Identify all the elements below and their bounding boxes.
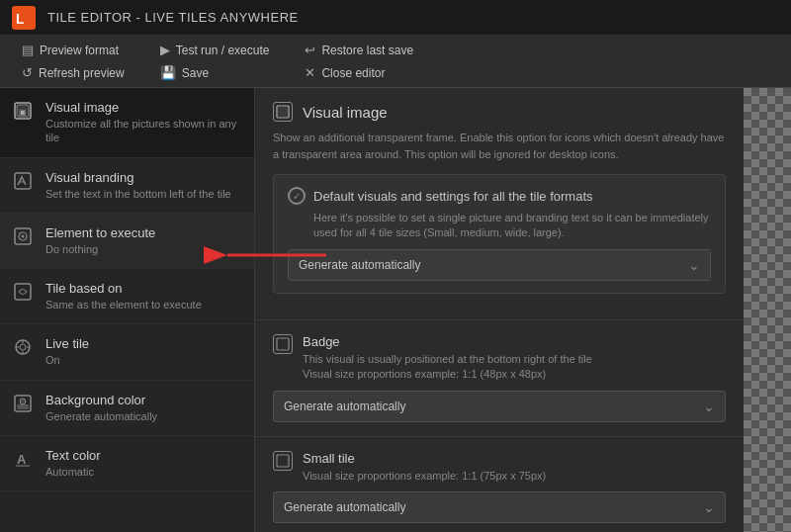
toolbar-group-preview: ▤ Preview format ↺ Refresh preview <box>16 40 131 83</box>
test-run-label: Test run / execute <box>176 44 270 57</box>
content-area: Visual image Show an additional transpar… <box>255 88 744 532</box>
preview-format-button[interactable]: ▤ Preview format <box>16 40 131 60</box>
close-icon: ✕ <box>305 65 315 80</box>
sidebar-item-tile-based-on-title: Tile based on <box>45 281 240 296</box>
sidebar-item-background-color-title: Background color <box>45 393 240 407</box>
visual-image-section-header: Visual image <box>273 102 726 122</box>
default-visuals-title: Default visuals and settings for all the… <box>313 189 593 204</box>
visual-image-section: Visual image Show an additional transpar… <box>255 88 744 320</box>
svg-rect-9 <box>15 284 31 300</box>
svg-rect-22 <box>278 107 288 117</box>
svg-point-18 <box>20 399 26 404</box>
refresh-preview-label: Refresh preview <box>39 66 125 80</box>
sidebar-item-element-execute-subtitle: Do nothing <box>45 242 240 256</box>
close-editor-label: Close editor <box>321 66 385 80</box>
default-visuals-header: ✓ Default visuals and settings for all t… <box>288 187 711 205</box>
restore-label: Restore last save <box>321 44 413 57</box>
sidebar-item-element-to-execute[interactable]: Element to execute Do nothing <box>0 214 254 269</box>
sidebar-item-element-execute-title: Element to execute <box>45 225 240 240</box>
test-run-button[interactable]: ▶ Test run / execute <box>154 40 276 60</box>
sidebar-item-text-color-title: Text color <box>45 448 240 463</box>
default-visuals-dropdown[interactable]: Generate automatically ⌄ <box>288 249 711 281</box>
svg-text:L: L <box>16 11 25 27</box>
default-visuals-box: ✓ Default visuals and settings for all t… <box>273 174 726 294</box>
visual-image-section-title: Visual image <box>303 104 388 121</box>
save-button[interactable]: 💾 Save <box>154 62 276 83</box>
sidebar-item-text-color[interactable]: A Text color Automatic <box>0 436 254 491</box>
svg-text:▣: ▣ <box>19 108 27 117</box>
svg-text:A: A <box>17 452 27 467</box>
save-icon: 💾 <box>160 65 176 80</box>
save-label: Save <box>182 66 209 80</box>
close-editor-button[interactable]: ✕ Close editor <box>299 62 419 83</box>
toolbar-group-restore: ↩ Restore last save ✕ Close editor <box>299 40 419 83</box>
sidebar-item-visual-branding[interactable]: Visual branding Set the text in the bott… <box>0 158 254 214</box>
visual-branding-icon <box>14 172 34 192</box>
small-tile-section-header: Small tile Visual size proportions examp… <box>273 451 726 484</box>
badge-section-content: Badge This visual is usually positioned … <box>303 334 592 383</box>
refresh-preview-button[interactable]: ↺ Refresh preview <box>16 62 131 83</box>
element-execute-icon <box>14 227 34 247</box>
sidebar-item-visual-image-subtitle: Customize all the pictures shown in any … <box>45 117 240 145</box>
sidebar-item-background-color-subtitle: Generate automatically <box>45 409 240 423</box>
svg-rect-17 <box>17 404 29 409</box>
main-layout: ▣ Visual image Customize all the picture… <box>0 88 791 532</box>
sidebar-item-visual-image-title: Visual image <box>45 100 240 115</box>
text-color-icon: A <box>14 450 34 470</box>
badge-section-icon <box>273 334 293 354</box>
sidebar-item-visual-branding-content: Visual branding Set the text in the bott… <box>45 170 240 201</box>
small-tile-dropdown-text: Generate automatically <box>284 500 405 514</box>
sidebar-item-live-tile-content: Live tile On <box>45 336 240 367</box>
refresh-preview-icon: ↺ <box>22 65 33 80</box>
sidebar-item-tile-based-on-content: Tile based on Same as the element to exe… <box>45 281 240 311</box>
toolbar: ▤ Preview format ↺ Refresh preview ▶ Tes… <box>0 36 791 88</box>
live-tile-icon <box>14 338 34 358</box>
small-tile-section: Small tile Visual size proportions examp… <box>255 437 744 532</box>
sidebar-item-visual-branding-subtitle: Set the text in the bottom left of the t… <box>45 187 240 201</box>
app-logo: L <box>12 6 36 30</box>
svg-point-11 <box>20 344 26 350</box>
preview-format-icon: ▤ <box>22 43 34 57</box>
badge-dropdown[interactable]: Generate automatically ⌄ <box>273 391 726 422</box>
badge-section-desc: This visual is usually positioned at the… <box>303 352 592 383</box>
default-visuals-desc: Here it's possible to set a single pictu… <box>313 211 711 241</box>
default-visuals-dropdown-text: Generate automatically <box>299 258 420 272</box>
sidebar: ▣ Visual image Customize all the picture… <box>0 88 255 532</box>
badge-section-title: Badge <box>303 334 592 349</box>
app-title: TILE EDITOR - LIVE TILES ANYWHERE <box>47 10 299 25</box>
small-tile-dropdown[interactable]: Generate automatically ⌄ <box>273 491 726 523</box>
default-visuals-dropdown-arrow: ⌄ <box>688 257 700 273</box>
sidebar-item-background-color-content: Background color Generate automatically <box>45 393 240 423</box>
small-tile-section-desc: Visual size proportions example: 1:1 (75… <box>303 469 546 484</box>
sidebar-item-visual-image[interactable]: ▣ Visual image Customize all the picture… <box>0 88 254 158</box>
test-run-icon: ▶ <box>160 43 170 57</box>
svg-rect-23 <box>277 338 289 350</box>
background-color-icon <box>14 395 34 414</box>
toolbar-group-execute: ▶ Test run / execute 💾 Save <box>154 40 276 83</box>
small-tile-section-icon <box>273 451 293 471</box>
visual-image-icon: ▣ <box>14 102 34 122</box>
badge-section: Badge This visual is usually positioned … <box>255 320 744 437</box>
checkered-panel <box>744 88 791 532</box>
sidebar-item-live-tile-title: Live tile <box>45 336 240 351</box>
sidebar-item-element-execute-content: Element to execute Do nothing <box>45 225 240 256</box>
small-tile-dropdown-arrow: ⌄ <box>703 499 715 515</box>
sidebar-item-visual-branding-title: Visual branding <box>45 170 240 185</box>
svg-rect-5 <box>15 173 31 189</box>
sidebar-item-live-tile-subtitle: On <box>45 353 240 367</box>
sidebar-item-tile-based-on[interactable]: Tile based on Same as the element to exe… <box>0 269 254 324</box>
sidebar-item-tile-based-on-subtitle: Same as the element to execute <box>45 298 240 311</box>
badge-dropdown-text: Generate automatically <box>284 399 405 413</box>
visual-image-section-icon <box>273 102 293 122</box>
sidebar-item-live-tile[interactable]: Live tile On <box>0 324 254 380</box>
sidebar-item-visual-image-content: Visual image Customize all the pictures … <box>45 100 240 145</box>
title-bar: L TILE EDITOR - LIVE TILES ANYWHERE <box>0 0 791 36</box>
small-tile-section-title: Small tile <box>303 451 546 466</box>
restore-icon: ↩ <box>305 43 315 57</box>
sidebar-item-background-color[interactable]: Background color Generate automatically <box>0 381 254 436</box>
restore-button[interactable]: ↩ Restore last save <box>299 40 419 60</box>
preview-format-label: Preview format <box>40 44 119 57</box>
sidebar-item-text-color-subtitle: Automatic <box>45 465 240 479</box>
tile-based-on-icon <box>14 283 34 303</box>
small-tile-section-content: Small tile Visual size proportions examp… <box>303 451 546 484</box>
